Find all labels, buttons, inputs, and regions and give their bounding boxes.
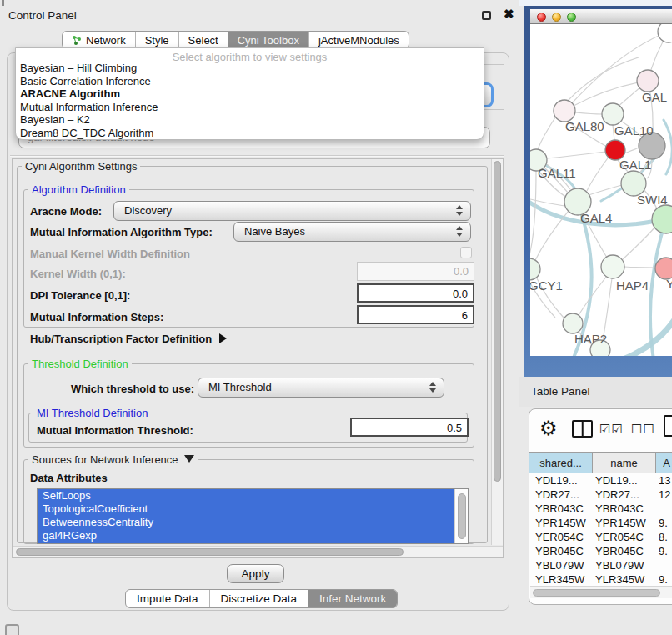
which-threshold-value: MI Threshold: [208, 381, 272, 393]
corner-artifact: [2, 0, 4, 6]
table-row[interactable]: YER054CYER054C8.: [529, 530, 672, 544]
algorithm-option-bayesian-k2[interactable]: Bayesian – K2: [16, 113, 484, 127]
tab-discretize-data[interactable]: Discretize Data: [209, 590, 308, 608]
network-canvas[interactable]: GALGAL80GAL10GAL1GAL11SWI4GAL4GCY1HAP4YH…: [530, 24, 672, 356]
attribute-item-topologicalcoefficient[interactable]: TopologicalCoefficient: [38, 502, 454, 516]
algorithm-dropdown-list: Select algorithm to view settings Bayesi…: [15, 48, 484, 140]
node-label-y: Y: [666, 277, 672, 291]
network-node-hap4[interactable]: [601, 255, 624, 278]
column-header-a[interactable]: A: [656, 452, 672, 472]
table-row[interactable]: YBL079WYBL079W: [529, 558, 672, 572]
network-glyph-icon: [72, 35, 82, 45]
gear-icon[interactable]: ⚙: [539, 417, 558, 440]
panel-title: Control Panel: [8, 9, 77, 22]
document-icon[interactable]: [664, 415, 672, 437]
table-row[interactable]: YLR345WYLR345W9.: [529, 572, 672, 587]
hub-section-toggle[interactable]: Hub/Transcription Factor Definition: [30, 332, 227, 345]
tab-jactivemnodules[interactable]: jActiveMNodules: [308, 32, 409, 48]
table-cell: 13: [656, 473, 672, 488]
zoom-traffic-light[interactable]: [567, 12, 576, 22]
algorithm-option-mutual-information-inference[interactable]: Mutual Information Inference: [16, 101, 484, 114]
table-horizontal-scrollbar[interactable]: [530, 586, 672, 598]
which-threshold-label: Which threshold to use:: [71, 382, 194, 395]
close-traffic-light[interactable]: [537, 12, 546, 22]
table-cell: YBL079W: [593, 558, 656, 572]
table-cell: 12: [656, 488, 672, 502]
apply-button[interactable]: Apply: [227, 564, 284, 583]
table-cell: YBR045C: [593, 544, 656, 558]
network-node-hap2[interactable]: [563, 313, 583, 333]
table-row[interactable]: YBR043CYBR043C: [529, 502, 672, 516]
data-attributes-list: SelfLoopsTopologicalCoefficientBetweenne…: [37, 488, 469, 544]
minimized-panel-icon[interactable]: [5, 624, 19, 635]
hidden-groupbox-border: [484, 109, 504, 110]
tab-select[interactable]: Select: [178, 32, 228, 48]
mi-steps-input[interactable]: 6: [357, 305, 474, 324]
tab-label: Select: [188, 34, 218, 47]
attribute-item-betweennesscentrality[interactable]: BetweennessCentrality: [38, 516, 454, 529]
settings-vertical-scrollbar[interactable]: [491, 159, 503, 545]
network-window-titlebar[interactable]: [530, 9, 672, 24]
table-cell: YBR043C: [529, 502, 593, 516]
checked-pair-icon[interactable]: ☑☑: [599, 422, 624, 437]
table-rows: YDL19...YDL19...13YDR27...YDR27...12YBR0…: [529, 473, 672, 601]
column-header-shared[interactable]: shared...: [529, 452, 593, 472]
table-row[interactable]: YPR145WYPR145W9.: [529, 516, 672, 530]
node-label-hap4: HAP4: [616, 278, 649, 292]
table-row[interactable]: YDR27...YDR27...12: [529, 488, 672, 502]
tab-impute-data[interactable]: Impute Data: [126, 590, 209, 608]
tab-infer-network[interactable]: Infer Network: [308, 590, 397, 608]
unchecked-pair-icon[interactable]: ☐☐: [631, 422, 655, 437]
minimize-traffic-light[interactable]: [552, 12, 561, 22]
tab-cyni-toolbox[interactable]: Cyni Toolbox: [228, 32, 308, 48]
which-threshold-combo[interactable]: MI Threshold: [198, 378, 444, 398]
tab-style[interactable]: Style: [135, 32, 178, 48]
dropdown-placeholder: Select algorithm to view settings: [16, 48, 484, 62]
tab-label: jActiveMNodules: [318, 34, 399, 47]
table-panel-title: Table Panel: [531, 385, 590, 398]
settings-vertical-scrollbar-thumb[interactable]: [494, 161, 501, 482]
table-cell: YDL19...: [529, 473, 593, 488]
column-header-name[interactable]: name: [593, 452, 656, 472]
attribute-item-gal4rgexp[interactable]: gal4RGexp: [38, 529, 454, 542]
node-label-gal11: GAL11: [538, 166, 576, 180]
close-icon[interactable]: ✖: [504, 7, 514, 22]
algorithm-option-bayesian-hill-climbing[interactable]: Bayesian – Hill Climbing: [16, 62, 484, 75]
hidden-groupbox-border: [484, 64, 504, 65]
algorithm-options: Bayesian – Hill ClimbingBasic Correlatio…: [16, 62, 484, 139]
attribute-item-selfloops[interactable]: SelfLoops: [38, 489, 454, 502]
float-window-icon[interactable]: [482, 11, 491, 20]
mi-type-combo[interactable]: Naive Bayes: [233, 222, 471, 242]
attributes-scrollbar-thumb[interactable]: [458, 493, 466, 539]
node-label-gal1: GAL1: [619, 158, 651, 172]
network-node-gal10[interactable]: [602, 103, 624, 125]
collapsed-arrow-icon: [219, 333, 227, 343]
algorithm-option-dream8-dc-tdc-algorithm[interactable]: Dream8 DC_TDC Algorithm: [16, 127, 484, 140]
aracne-mode-combo[interactable]: Discovery: [113, 201, 471, 221]
kernel-width-input[interactable]: 0.0: [357, 262, 474, 281]
table-row[interactable]: YBR045CYBR045C9.: [529, 544, 672, 558]
table-cell: YBL079W: [529, 558, 593, 572]
algorithm-definition-title: Algorithm Definition: [28, 183, 129, 196]
algorithm-option-basic-correlation-inference[interactable]: Basic Correlation Inference: [16, 75, 484, 88]
aracne-mode-value: Discovery: [124, 204, 172, 217]
network-node-gcy1[interactable]: [530, 258, 540, 280]
sources-toggle[interactable]: Sources for Network Inference: [28, 453, 198, 466]
tab-network[interactable]: Network: [63, 32, 135, 48]
network-node-big-green[interactable]: [652, 205, 672, 233]
attributes-scrollbar[interactable]: [454, 489, 468, 543]
node-label-gal: GAL: [642, 90, 667, 104]
network-node-pink-top[interactable]: [637, 70, 659, 92]
desktop-background: [519, 0, 672, 6]
mi-threshold-input[interactable]: 0.5: [350, 418, 469, 437]
table-horizontal-scrollbar-thumb[interactable]: [533, 589, 660, 597]
settings-horizontal-scrollbar[interactable]: [13, 546, 503, 558]
network-node-unnamed[interactable]: [658, 24, 672, 42]
table-row[interactable]: YDL19...YDL19...13: [529, 473, 672, 488]
settings-horizontal-scrollbar-thumb[interactable]: [16, 548, 404, 556]
split-columns-icon[interactable]: [572, 420, 593, 438]
table-cell: YLR345W: [529, 572, 593, 587]
algorithm-option-aracne-algorithm[interactable]: ARACNE Algorithm: [16, 88, 484, 101]
manual-kernel-checkbox[interactable]: [460, 247, 472, 258]
dpi-tolerance-input[interactable]: 0.0: [357, 283, 474, 302]
